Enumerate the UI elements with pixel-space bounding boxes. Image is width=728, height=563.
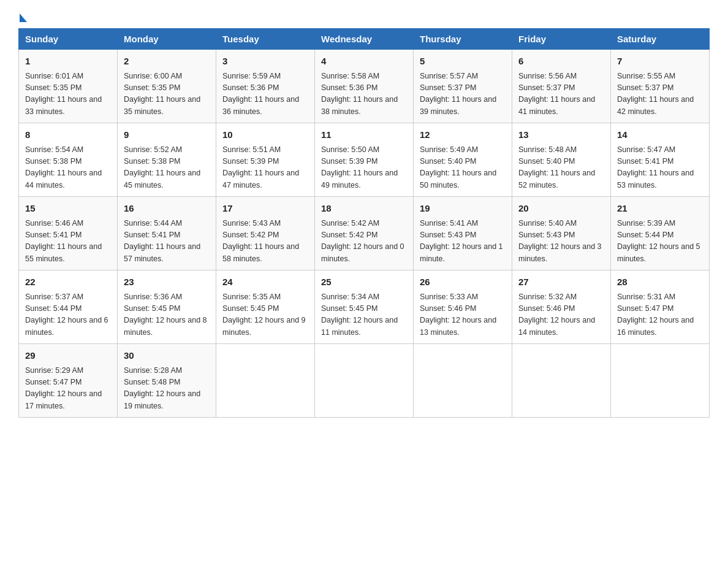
day-number: 10 <box>222 128 308 142</box>
day-info: Sunrise: 5:32 AM Sunset: 5:46 PM Dayligh… <box>518 291 604 339</box>
day-number: 16 <box>124 202 210 216</box>
day-info: Sunrise: 5:50 AM Sunset: 5:39 PM Dayligh… <box>321 144 407 192</box>
header-saturday: Saturday <box>611 29 710 50</box>
calendar-cell <box>512 344 611 418</box>
day-number: 4 <box>321 55 407 69</box>
day-info: Sunrise: 5:59 AM Sunset: 5:36 PM Dayligh… <box>222 71 308 118</box>
calendar-cell: 30 Sunrise: 5:28 AM Sunset: 5:48 PM Dayl… <box>118 344 216 418</box>
header-thursday: Thursday <box>414 29 512 50</box>
calendar-week-3: 15 Sunrise: 5:46 AM Sunset: 5:41 PM Dayl… <box>19 197 710 270</box>
day-info: Sunrise: 5:44 AM Sunset: 5:41 PM Dayligh… <box>124 218 210 266</box>
day-number: 2 <box>124 55 210 69</box>
calendar-cell: 19 Sunrise: 5:41 AM Sunset: 5:43 PM Dayl… <box>414 197 512 270</box>
day-number: 6 <box>518 55 604 69</box>
day-number: 15 <box>25 202 111 216</box>
day-number: 8 <box>25 128 111 142</box>
calendar-cell: 22 Sunrise: 5:37 AM Sunset: 5:44 PM Dayl… <box>19 270 118 344</box>
day-number: 23 <box>124 275 210 289</box>
day-info: Sunrise: 5:37 AM Sunset: 5:44 PM Dayligh… <box>25 291 111 339</box>
logo-arrow-icon <box>20 13 27 22</box>
day-number: 30 <box>124 349 210 363</box>
calendar-cell: 18 Sunrise: 5:42 AM Sunset: 5:42 PM Dayl… <box>315 197 414 270</box>
day-number: 21 <box>617 202 703 216</box>
day-info: Sunrise: 5:49 AM Sunset: 5:40 PM Dayligh… <box>420 144 506 192</box>
day-number: 25 <box>321 275 407 289</box>
calendar-cell: 13 Sunrise: 5:48 AM Sunset: 5:40 PM Dayl… <box>512 123 611 197</box>
day-number: 9 <box>124 128 210 142</box>
calendar-cell: 24 Sunrise: 5:35 AM Sunset: 5:45 PM Dayl… <box>216 270 315 344</box>
header-tuesday: Tuesday <box>216 29 315 50</box>
calendar-cell: 2 Sunrise: 6:00 AM Sunset: 5:35 PM Dayli… <box>118 50 216 123</box>
calendar-table: Sunday Monday Tuesday Wednesday Thursday… <box>18 28 710 418</box>
calendar-cell <box>414 344 512 418</box>
day-number: 12 <box>420 128 506 142</box>
day-info: Sunrise: 5:33 AM Sunset: 5:46 PM Dayligh… <box>420 291 506 339</box>
day-info: Sunrise: 5:28 AM Sunset: 5:48 PM Dayligh… <box>124 365 210 413</box>
day-number: 5 <box>420 55 506 69</box>
calendar-cell: 11 Sunrise: 5:50 AM Sunset: 5:39 PM Dayl… <box>315 123 414 197</box>
calendar-week-4: 22 Sunrise: 5:37 AM Sunset: 5:44 PM Dayl… <box>19 270 710 344</box>
day-number: 19 <box>420 202 506 216</box>
day-number: 24 <box>222 275 308 289</box>
calendar-cell: 14 Sunrise: 5:47 AM Sunset: 5:41 PM Dayl… <box>611 123 710 197</box>
calendar-cell: 16 Sunrise: 5:44 AM Sunset: 5:41 PM Dayl… <box>118 197 216 270</box>
calendar-cell: 17 Sunrise: 5:43 AM Sunset: 5:42 PM Dayl… <box>216 197 315 270</box>
day-number: 28 <box>617 275 703 289</box>
day-info: Sunrise: 5:54 AM Sunset: 5:38 PM Dayligh… <box>25 144 111 192</box>
header-monday: Monday <box>118 29 216 50</box>
day-info: Sunrise: 5:58 AM Sunset: 5:36 PM Dayligh… <box>321 71 407 118</box>
day-number: 20 <box>518 202 604 216</box>
logo <box>18 12 27 22</box>
day-number: 29 <box>25 349 111 363</box>
header-row: Sunday Monday Tuesday Wednesday Thursday… <box>19 29 710 50</box>
day-number: 18 <box>321 202 407 216</box>
calendar-week-1: 1 Sunrise: 6:01 AM Sunset: 5:35 PM Dayli… <box>19 50 710 123</box>
calendar-cell: 10 Sunrise: 5:51 AM Sunset: 5:39 PM Dayl… <box>216 123 315 197</box>
day-info: Sunrise: 5:47 AM Sunset: 5:41 PM Dayligh… <box>617 144 703 192</box>
calendar-cell: 26 Sunrise: 5:33 AM Sunset: 5:46 PM Dayl… <box>414 270 512 344</box>
calendar-cell: 12 Sunrise: 5:49 AM Sunset: 5:40 PM Dayl… <box>414 123 512 197</box>
calendar-cell: 8 Sunrise: 5:54 AM Sunset: 5:38 PM Dayli… <box>19 123 118 197</box>
day-info: Sunrise: 5:31 AM Sunset: 5:47 PM Dayligh… <box>617 291 703 339</box>
page-header <box>18 12 710 22</box>
day-number: 13 <box>518 128 604 142</box>
day-number: 7 <box>617 55 703 69</box>
day-info: Sunrise: 5:34 AM Sunset: 5:45 PM Dayligh… <box>321 291 407 339</box>
day-number: 22 <box>25 275 111 289</box>
calendar-cell: 6 Sunrise: 5:56 AM Sunset: 5:37 PM Dayli… <box>512 50 611 123</box>
day-number: 17 <box>222 202 308 216</box>
calendar-cell <box>315 344 414 418</box>
day-info: Sunrise: 5:43 AM Sunset: 5:42 PM Dayligh… <box>222 218 308 266</box>
calendar-cell: 4 Sunrise: 5:58 AM Sunset: 5:36 PM Dayli… <box>315 50 414 123</box>
calendar-cell: 29 Sunrise: 5:29 AM Sunset: 5:47 PM Dayl… <box>19 344 118 418</box>
calendar-cell: 15 Sunrise: 5:46 AM Sunset: 5:41 PM Dayl… <box>19 197 118 270</box>
day-number: 1 <box>25 55 111 69</box>
header-wednesday: Wednesday <box>315 29 414 50</box>
header-sunday: Sunday <box>19 29 118 50</box>
calendar-cell: 9 Sunrise: 5:52 AM Sunset: 5:38 PM Dayli… <box>118 123 216 197</box>
day-info: Sunrise: 5:42 AM Sunset: 5:42 PM Dayligh… <box>321 218 407 266</box>
day-info: Sunrise: 5:35 AM Sunset: 5:45 PM Dayligh… <box>222 291 308 339</box>
day-info: Sunrise: 5:55 AM Sunset: 5:37 PM Dayligh… <box>617 71 703 118</box>
day-number: 27 <box>518 275 604 289</box>
day-number: 14 <box>617 128 703 142</box>
day-info: Sunrise: 6:01 AM Sunset: 5:35 PM Dayligh… <box>25 71 111 118</box>
calendar-cell: 5 Sunrise: 5:57 AM Sunset: 5:37 PM Dayli… <box>414 50 512 123</box>
day-info: Sunrise: 5:51 AM Sunset: 5:39 PM Dayligh… <box>222 144 308 192</box>
calendar-week-5: 29 Sunrise: 5:29 AM Sunset: 5:47 PM Dayl… <box>19 344 710 418</box>
day-info: Sunrise: 5:41 AM Sunset: 5:43 PM Dayligh… <box>420 218 506 266</box>
calendar-cell: 27 Sunrise: 5:32 AM Sunset: 5:46 PM Dayl… <box>512 270 611 344</box>
day-info: Sunrise: 5:39 AM Sunset: 5:44 PM Dayligh… <box>617 218 703 266</box>
day-number: 26 <box>420 275 506 289</box>
calendar-cell <box>216 344 315 418</box>
calendar-cell: 28 Sunrise: 5:31 AM Sunset: 5:47 PM Dayl… <box>611 270 710 344</box>
day-info: Sunrise: 5:52 AM Sunset: 5:38 PM Dayligh… <box>124 144 210 192</box>
calendar-cell: 1 Sunrise: 6:01 AM Sunset: 5:35 PM Dayli… <box>19 50 118 123</box>
day-number: 11 <box>321 128 407 142</box>
day-info: Sunrise: 5:48 AM Sunset: 5:40 PM Dayligh… <box>518 144 604 192</box>
day-number: 3 <box>222 55 308 69</box>
calendar-cell: 7 Sunrise: 5:55 AM Sunset: 5:37 PM Dayli… <box>611 50 710 123</box>
day-info: Sunrise: 5:46 AM Sunset: 5:41 PM Dayligh… <box>25 218 111 266</box>
calendar-cell: 25 Sunrise: 5:34 AM Sunset: 5:45 PM Dayl… <box>315 270 414 344</box>
calendar-cell: 21 Sunrise: 5:39 AM Sunset: 5:44 PM Dayl… <box>611 197 710 270</box>
